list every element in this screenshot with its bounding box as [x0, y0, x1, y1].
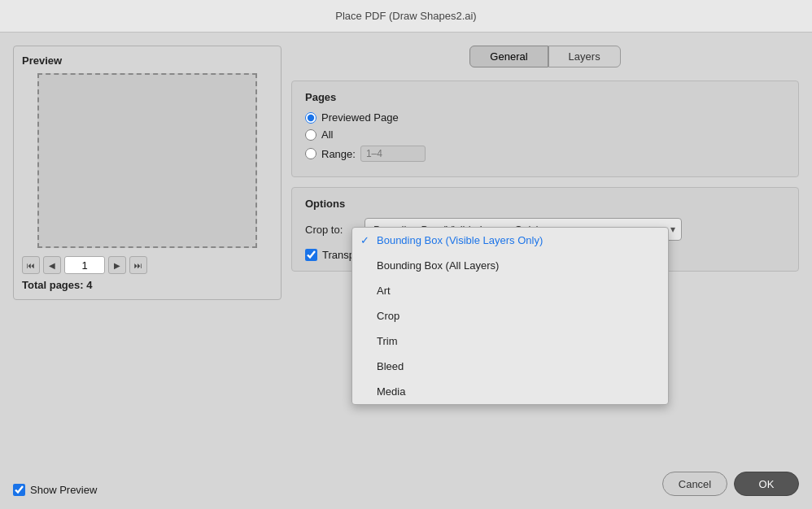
ok-button[interactable]: OK	[734, 472, 799, 496]
radio-range[interactable]	[305, 148, 317, 159]
dropdown-item-crop[interactable]: Crop	[352, 303, 668, 328]
dropdown-item-bleed[interactable]: Bleed	[352, 354, 668, 379]
dropdown-item-bb-visible[interactable]: Bounding Box (Visible Layers Only)	[352, 228, 668, 253]
dropdown-item-bb-all[interactable]: Bounding Box (All Layers)	[352, 253, 668, 278]
tab-layers[interactable]: Layers	[548, 46, 621, 67]
options-title: Options	[305, 198, 785, 210]
pages-title: Pages	[305, 91, 785, 103]
left-panel: Preview ⏮ ◀ ▶ ⏭ Total pages: 4 Show Prev…	[13, 46, 282, 496]
radio-all[interactable]	[305, 129, 317, 141]
preview-section: Preview ⏮ ◀ ▶ ⏭ Total pages: 4	[13, 46, 282, 300]
range-input[interactable]	[360, 146, 426, 162]
radio-previewed[interactable]	[305, 112, 317, 124]
pages-section: Pages Previewed Page All Range:	[291, 80, 799, 177]
transparent-checkbox[interactable]	[305, 249, 317, 261]
dropdown-item-art[interactable]: Art	[352, 278, 668, 303]
first-page-button[interactable]: ⏮	[22, 256, 40, 274]
preview-canvas	[37, 73, 257, 248]
show-preview-checkbox[interactable]	[13, 484, 25, 496]
show-preview-row: Show Preview	[13, 477, 282, 496]
dropdown-item-media[interactable]: Media	[352, 379, 668, 404]
total-pages: Total pages: 4	[22, 279, 273, 291]
title-text: Place PDF (Draw Shapes2.ai)	[335, 10, 476, 22]
preview-label: Preview	[22, 54, 273, 67]
last-page-button[interactable]: ⏭	[129, 256, 147, 274]
show-preview-label: Show Preview	[30, 484, 97, 496]
options-section: Options Crop to: Bounding Box (Visible L…	[291, 187, 799, 272]
page-nav: ⏮ ◀ ▶ ⏭	[22, 256, 273, 274]
crop-label: Crop to:	[305, 224, 358, 236]
tab-general[interactable]: General	[469, 46, 548, 67]
bottom-row: Cancel OK	[291, 465, 799, 496]
page-input[interactable]	[64, 256, 105, 274]
radio-previewed-label: Previewed Page	[321, 111, 399, 124]
next-page-button[interactable]: ▶	[108, 256, 126, 274]
cancel-button[interactable]: Cancel	[662, 472, 727, 496]
radio-all-row: All	[305, 128, 785, 141]
title-bar: Place PDF (Draw Shapes2.ai)	[0, 0, 812, 33]
dropdown-item-trim[interactable]: Trim	[352, 328, 668, 354]
prev-page-button[interactable]: ◀	[43, 256, 61, 274]
radio-previewed-row: Previewed Page	[305, 111, 785, 124]
radio-range-label: Range:	[321, 148, 356, 160]
radio-all-label: All	[321, 128, 333, 141]
right-panel: General Layers Pages Previewed Page All …	[291, 46, 799, 496]
dropdown-menu: Bounding Box (Visible Layers Only) Bound…	[351, 227, 669, 405]
tabs-row: General Layers	[291, 46, 799, 67]
radio-range-row: Range:	[305, 146, 785, 162]
